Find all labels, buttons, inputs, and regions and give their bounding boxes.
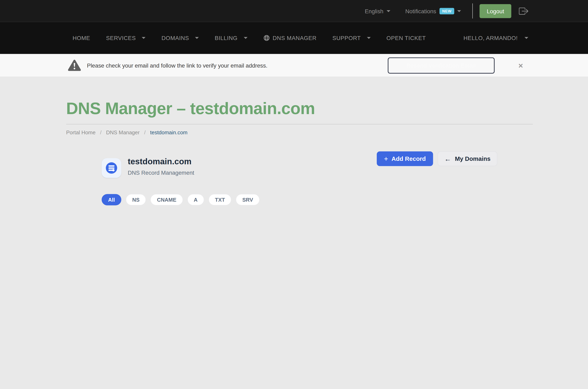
user-menu[interactable]: HELLO, ARMANDO! [463, 35, 528, 41]
filter-pill-a[interactable]: A [187, 194, 204, 205]
filter-pill-ns[interactable]: NS [126, 194, 146, 205]
nav-item-services[interactable]: SERVICES [106, 35, 146, 41]
nav-item-domains[interactable]: DOMAINS [162, 35, 199, 41]
domain-name: testdomain.com [128, 157, 194, 166]
chevron-down-icon [524, 37, 528, 39]
domain-header: testdomain.com DNS Record Management + A… [102, 151, 498, 178]
globe-icon [263, 35, 269, 41]
breadcrumb: Portal Home / DNS Manager / testdomain.c… [66, 130, 533, 135]
new-badge: NEW [440, 8, 454, 14]
breadcrumb-dns-manager[interactable]: DNS Manager [106, 130, 140, 135]
nav-item-open-ticket[interactable]: OPEN TICKET [387, 35, 426, 41]
dns-manager-page: English Notifications NEW Logout HOME SE… [0, 0, 588, 210]
resend-verification-button[interactable]: Resend Verification Email [388, 57, 494, 73]
nav-item-home[interactable]: HOME [73, 35, 90, 41]
chevron-down-icon [457, 10, 461, 12]
filter-pill-txt[interactable]: TXT [209, 194, 231, 205]
my-domains-button[interactable]: ← My Domains [438, 151, 497, 166]
domain-subtitle: DNS Record Management [128, 169, 194, 176]
close-icon[interactable]: × [518, 62, 523, 69]
alert-message: Please check your email and follow the l… [87, 62, 267, 68]
nav-links: HOME SERVICES DOMAINS BILLING DNS MANAGE… [73, 35, 426, 41]
nav-item-billing[interactable]: BILLING [215, 35, 247, 41]
notifications-menu[interactable]: Notifications NEW [405, 8, 461, 14]
filter-pill-all[interactable]: All [102, 194, 121, 205]
add-record-button[interactable]: + Add Record [377, 151, 433, 166]
utility-topbar: English Notifications NEW Logout [0, 0, 588, 22]
plus-icon: + [384, 155, 388, 162]
breadcrumb-portal-home[interactable]: Portal Home [66, 130, 96, 135]
header-actions: + Add Record ← My Domains [377, 151, 497, 166]
dns-records-icon [102, 158, 121, 178]
nav-item-support[interactable]: SUPPORT [332, 35, 371, 41]
logout-icon[interactable] [519, 6, 528, 16]
title-divider [66, 124, 533, 125]
main-navbar: HOME SERVICES DOMAINS BILLING DNS MANAGE… [0, 22, 588, 54]
arrow-left-icon: ← [444, 155, 451, 162]
language-selector[interactable]: English [365, 8, 390, 14]
user-greeting: HELLO, ARMANDO! [463, 35, 518, 41]
filter-pill-cname[interactable]: CNAME [150, 194, 183, 205]
chevron-down-icon [195, 37, 199, 39]
record-type-filters: AllNSCNAMEATXTSRV [102, 194, 498, 205]
email-verification-alert: Please check your email and follow the l… [0, 54, 588, 77]
domain-info: testdomain.com DNS Record Management [128, 157, 194, 176]
breadcrumb-current-domain[interactable]: testdomain.com [150, 130, 187, 135]
language-label: English [365, 8, 383, 14]
chevron-down-icon [244, 37, 247, 39]
topbar-divider [472, 3, 473, 19]
filter-pill-srv[interactable]: SRV [236, 194, 260, 205]
chevron-down-icon [142, 37, 146, 39]
page-title: DNS Manager – testdomain.com [66, 99, 533, 118]
logout-button[interactable]: Logout [479, 4, 511, 18]
dns-panel: testdomain.com DNS Record Management + A… [102, 151, 498, 210]
notifications-label: Notifications [405, 8, 436, 14]
chevron-down-icon [367, 37, 370, 39]
warning-triangle-icon [68, 59, 81, 72]
chevron-down-icon [386, 10, 390, 12]
nav-item-dns-manager[interactable]: DNS MANAGER [263, 35, 317, 41]
page-content: DNS Manager – testdomain.com Portal Home… [0, 99, 588, 210]
